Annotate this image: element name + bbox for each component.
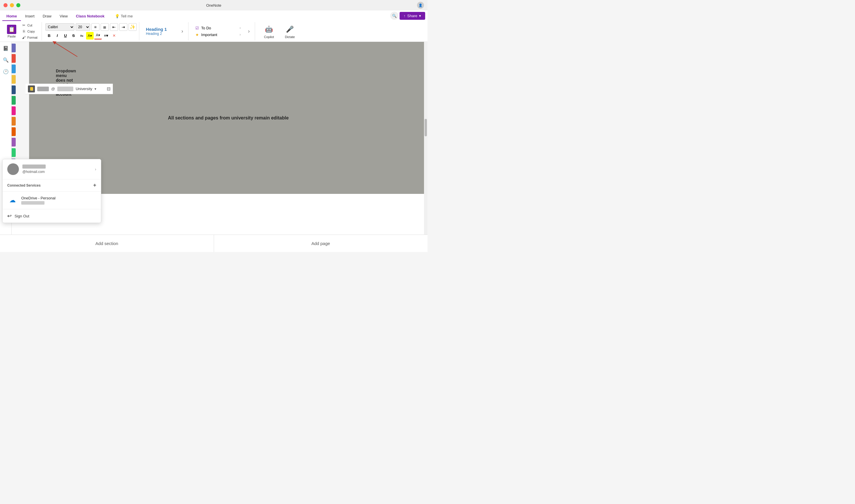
titlebar: OneNote 👤 [0,0,428,11]
section-tab-5[interactable] [12,86,16,94]
section-tab-10[interactable] [12,138,16,146]
window-controls [3,3,20,7]
styles-expand-button[interactable]: › [179,24,186,38]
section-tab-1[interactable] [12,43,16,52]
notebook-icon: 📒 [28,86,35,92]
subscript-button[interactable]: x₂ [78,32,86,39]
important-button[interactable]: ★ Important › [194,32,242,37]
align-button[interactable]: ≡▾ [102,32,110,39]
section-tab-2[interactable] [12,54,16,63]
section-tab-11[interactable] [12,148,16,157]
format-icon: 🖌 [21,35,26,40]
sidebar-icon-search[interactable]: 🔍 [2,56,10,64]
italic-button[interactable]: I [53,32,61,39]
lightbulb-icon: 💡 [115,14,120,19]
magic-format-button[interactable]: ✨ [128,23,137,31]
clipboard-group: 📋 Paste ✂ Cut ⎘ Copy 🖌 Format [2,22,42,40]
close-button[interactable] [3,3,7,7]
tab-home[interactable]: Home [2,12,21,21]
notebook-name: University [76,87,92,91]
notebook-chevron-icon[interactable]: ▾ [94,87,96,91]
vertical-scrollbar[interactable] [424,42,428,235]
onedrive-info: OneDrive - Personal [21,196,55,205]
annotation-arrow [48,41,80,58]
section-tab-4[interactable] [12,75,16,84]
font-color-button[interactable]: A▾ [94,32,102,39]
account-avatar [7,163,19,175]
underline-button[interactable]: U [62,32,69,39]
copilot-button[interactable]: 🤖 Copilot [261,23,277,40]
format-button[interactable]: 🖌 Format [20,35,39,40]
font-size-select[interactable]: 20 [76,23,90,31]
tasks-expand-button[interactable]: › [245,24,252,38]
cut-copy-format-group: ✂ Cut ⎘ Copy 🖌 Format [20,22,39,40]
connected-services-header: Connected Services + [3,179,101,192]
account-email: @hotmail.com [22,170,91,174]
scrollbar-thumb[interactable] [424,119,427,136]
copy-button[interactable]: ⎘ Copy [20,29,39,34]
heading1-style[interactable]: Heading 1 Heading 2 [143,25,178,37]
microphone-icon: 🎤 [285,24,295,35]
highlight-button[interactable]: A▾ [86,32,94,39]
text-format-buttons: B I U S x₂ A▾ A▾ ≡▾ ✕ [46,32,137,39]
indent-button[interactable]: ⇥ [119,23,127,31]
add-page-button[interactable]: Add page [214,235,428,252]
user-avatar[interactable]: 👤 [417,2,424,9]
section-tab-3[interactable] [12,65,16,73]
dictate-button[interactable]: 🎤 Dictate [282,23,298,40]
ribbon-toolbar: 📋 Paste ✂ Cut ⎘ Copy 🖌 Format Calibri [0,21,428,42]
section-tab-9[interactable] [12,127,16,136]
sidebar-icon-recent[interactable]: 🕐 [2,68,10,76]
styles-group: Heading 1 Heading 2 › [140,22,189,40]
numbering-button[interactable]: ≣ [101,23,109,31]
heading1-label: Heading 1 [146,27,174,32]
sidebar-icon-notebook[interactable]: 📓 [2,44,10,52]
paste-label: Paste [7,35,16,38]
tab-insert[interactable]: Insert [21,12,39,21]
tab-draw[interactable]: Draw [39,12,55,21]
strikethrough-button[interactable]: S [70,32,77,39]
section-tab-7[interactable] [12,106,16,115]
svg-line-1 [54,42,77,57]
app-title: OneNote [206,3,221,7]
outdent-button[interactable]: ⇤ [110,23,118,31]
at-sign: @ [51,87,55,91]
tasks-group: ☑ To Do › ★ Important › › [190,22,255,40]
account-info: @hotmail.com [22,164,91,174]
add-section-button[interactable]: Add section [0,235,214,252]
signout-row[interactable]: ↩ Sign Out [3,209,101,223]
maximize-button[interactable] [16,3,20,7]
paste-button[interactable]: 📋 Paste [5,23,19,39]
account-row[interactable]: @hotmail.com › [3,159,101,179]
bullets-button[interactable]: ≡ [91,23,100,31]
clear-format-button[interactable]: ✕ [110,32,118,39]
search-icon[interactable]: 🔍 [390,12,398,20]
signout-label: Sign Out [15,214,29,218]
heading2-label: Heading 2 [146,32,174,36]
ribbon-tabs: Home Insert Draw View Class Notebook 💡 T… [0,11,428,21]
important-arrow-icon: › [240,33,241,37]
paste-icon: 📋 [7,25,16,34]
cloud-icon: ☁ [9,197,16,204]
tab-class-notebook[interactable]: Class Notebook [72,12,108,21]
cut-button[interactable]: ✂ Cut [20,22,39,28]
tab-tell-me[interactable]: 💡 Tell me [111,12,137,21]
section-tab-8[interactable] [12,117,16,126]
tab-view[interactable]: View [55,12,72,21]
notebook-name-rect [57,87,73,91]
signout-icon: ↩ [7,213,12,219]
share-button[interactable]: ↑ Share ▾ [400,12,425,20]
bold-button[interactable]: B [46,32,53,39]
add-connected-service-button[interactable]: + [93,182,96,188]
copilot-icon: 🤖 [264,24,274,35]
section-tab-6[interactable] [12,96,16,105]
minimize-button[interactable] [10,3,14,7]
user-name-rect [37,87,49,91]
font-group: Calibri 20 ≡ ≣ ⇤ ⇥ ✨ B I U S x₂ A▾ A▾ ≡▾ [43,22,139,40]
font-family-select[interactable]: Calibri [46,23,74,31]
todo-button[interactable]: ☑ To Do › [194,25,242,31]
share-icon: ↑ [404,14,406,18]
ai-panel: 🤖 Copilot 🎤 Dictate [259,23,300,40]
sort-icon[interactable]: ⊟ [107,86,110,92]
todo-arrow-icon: › [240,26,241,30]
